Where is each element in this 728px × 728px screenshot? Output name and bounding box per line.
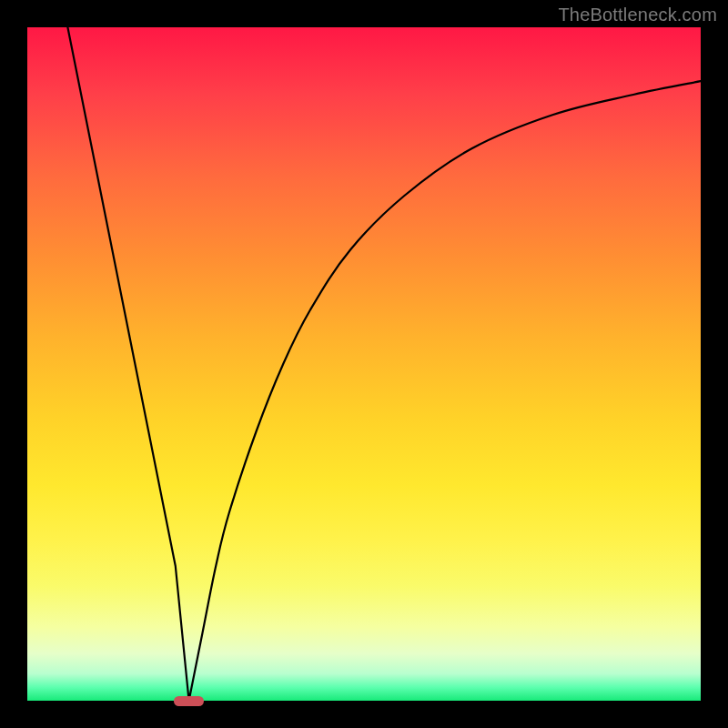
- minimum-marker: [174, 696, 204, 706]
- watermark-text: TheBottleneck.com: [558, 5, 717, 25]
- chart-frame: TheBottleneck.com: [0, 0, 728, 728]
- bottleneck-curve: [27, 27, 701, 701]
- plot-area: [27, 27, 701, 701]
